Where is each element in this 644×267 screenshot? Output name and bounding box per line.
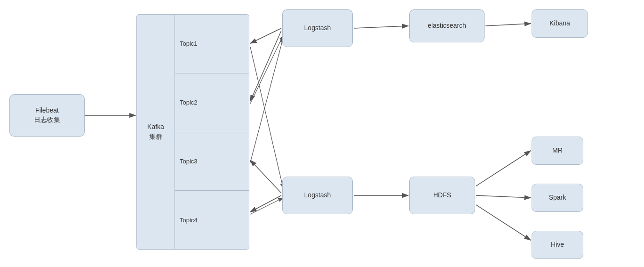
arrow-hdfs-mr bbox=[476, 151, 531, 186]
arrow-es-kibana bbox=[485, 24, 531, 26]
kibana-node: Kibana bbox=[532, 9, 588, 38]
filebeat-label: Filebeat 日志收集 bbox=[34, 106, 60, 124]
mr-node: MR bbox=[532, 137, 583, 165]
arrow-hdfs-hive bbox=[476, 205, 531, 240]
elasticsearch-label: elasticsearch bbox=[428, 21, 466, 31]
mr-label: MR bbox=[552, 146, 563, 155]
arrow-logstash1-es bbox=[354, 26, 408, 28]
topic1-item: Topic1 bbox=[175, 15, 249, 73]
arrow-logstash2-topic3 bbox=[250, 160, 281, 193]
topic4-item: Topic4 bbox=[175, 191, 249, 249]
kibana-label: Kibana bbox=[549, 19, 570, 28]
logstash1-label: Logstash bbox=[304, 24, 331, 33]
topic1-label: Topic1 bbox=[180, 40, 198, 47]
arrow-topic4-logstash2 bbox=[250, 198, 283, 214]
arrow-hdfs-spark bbox=[476, 195, 531, 198]
logstash2-label: Logstash bbox=[304, 191, 331, 200]
kafka-cluster-box: Kafka 集群 Topic1 Topic2 Topic3 Topic4 bbox=[136, 14, 249, 250]
kafka-topics: Topic1 Topic2 Topic3 Topic4 bbox=[175, 15, 249, 249]
arrow-topic1-logstash2 bbox=[250, 47, 283, 188]
topic3-item: Topic3 bbox=[175, 132, 249, 191]
logstash2-node: Logstash bbox=[282, 177, 353, 214]
hive-label: Hive bbox=[551, 240, 564, 250]
spark-label: Spark bbox=[549, 193, 566, 202]
hdfs-node: HDFS bbox=[409, 177, 475, 214]
topic2-label: Topic2 bbox=[180, 99, 198, 106]
arrow-logstash2-topic4 bbox=[250, 195, 281, 212]
topic4-label: Topic4 bbox=[180, 217, 198, 224]
arrow-topic3-logstash1 bbox=[250, 38, 283, 162]
filebeat-node: Filebeat 日志收集 bbox=[9, 94, 85, 137]
elasticsearch-node: elasticsearch bbox=[409, 9, 485, 42]
logstash1-node: Logstash bbox=[282, 9, 353, 47]
diagram-container: Filebeat 日志收集 Kafka 集群 Topic1 Topic2 Top… bbox=[0, 0, 644, 267]
spark-node: Spark bbox=[532, 184, 583, 212]
topic3-label: Topic3 bbox=[180, 158, 198, 165]
hive-node: Hive bbox=[532, 231, 583, 259]
kafka-label: Kafka 集群 bbox=[137, 15, 175, 249]
hdfs-label: HDFS bbox=[433, 191, 451, 200]
topic2-item: Topic2 bbox=[175, 73, 249, 132]
